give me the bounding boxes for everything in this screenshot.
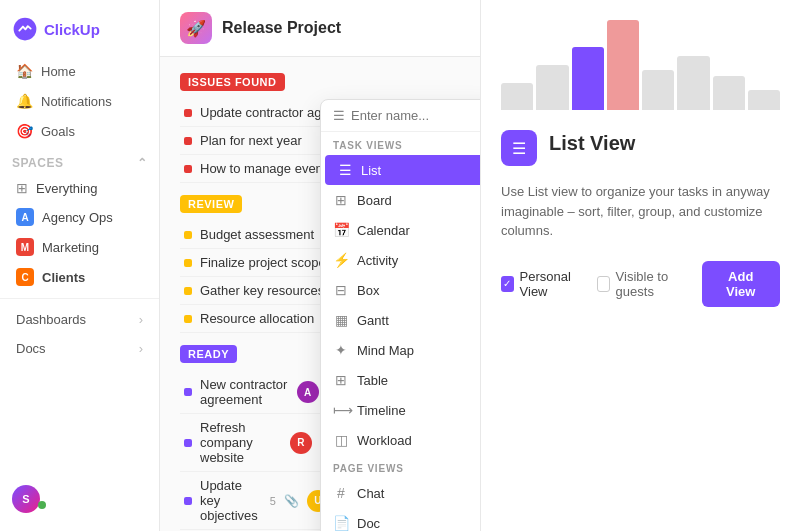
task-count: 5	[270, 495, 276, 507]
dropdown-item-box[interactable]: ⊟ Box	[321, 275, 480, 305]
task-dot-yellow	[184, 287, 192, 295]
dropdown-item-board[interactable]: ⊞ Board	[321, 185, 480, 215]
chart-bar	[607, 20, 639, 110]
project-title: Release Project	[222, 19, 341, 37]
visible-guests-label: Visible to guests	[616, 269, 690, 299]
list-label: List	[361, 163, 381, 178]
sidebar-item-everything[interactable]: ⊞ Everything	[4, 174, 155, 202]
sidebar-nav-home[interactable]: 🏠 Home	[4, 56, 155, 86]
sidebar-nav-goals[interactable]: 🎯 Goals	[4, 116, 155, 146]
chart-bar	[536, 65, 568, 110]
marketing-label: Marketing	[42, 240, 99, 255]
task-dot-yellow	[184, 259, 192, 267]
gantt-icon: ▦	[333, 312, 349, 328]
view-dropdown: ☰ TASK VIEWS ☰ List ⊞ Board 📅 Calendar ⚡…	[320, 99, 480, 531]
chart-bar	[748, 90, 780, 110]
sidebar-bottom: Dashboards › Docs ›	[0, 298, 159, 363]
board-icon: ⊞	[333, 192, 349, 208]
personal-view-option[interactable]: ✓ Personal View	[501, 269, 585, 299]
docs-expand-icon: ›	[139, 341, 143, 356]
dropdown-item-mindmap[interactable]: ✦ Mind Map	[321, 335, 480, 365]
agency-ops-label: Agency Ops	[42, 210, 113, 225]
box-label: Box	[357, 283, 379, 298]
paperclip-icon: 📎	[284, 494, 299, 508]
spaces-label: Spaces	[12, 156, 63, 170]
task-dot-purple	[184, 439, 192, 447]
sidebar-item-clients[interactable]: C Clients	[4, 262, 155, 292]
everything-label: Everything	[36, 181, 97, 196]
box-icon: ⊟	[333, 282, 349, 298]
mindmap-icon: ✦	[333, 342, 349, 358]
everything-icon: ⊞	[16, 180, 28, 196]
task-views-label: TASK VIEWS	[321, 132, 480, 155]
task-dot-purple	[184, 497, 192, 505]
dropdown-item-chat[interactable]: # Chat	[321, 478, 480, 508]
dropdown-item-table[interactable]: ⊞ Table	[321, 365, 480, 395]
app-logo: ClickUp	[0, 10, 159, 56]
dropdown-item-workload[interactable]: ◫ Workload	[321, 425, 480, 455]
page-views-label: PAGE VIEWS	[321, 455, 480, 478]
timeline-icon: ⟼	[333, 402, 349, 418]
spaces-section-header: Spaces ⌃	[0, 146, 159, 174]
visible-guests-option[interactable]: Visible to guests	[597, 269, 690, 299]
dashboards-label: Dashboards	[16, 312, 86, 327]
review-header: REVIEW	[180, 195, 242, 213]
sidebar-nav-docs[interactable]: Docs ›	[4, 334, 155, 363]
goals-icon: 🎯	[16, 123, 33, 139]
sidebar: ClickUp 🏠 Home 🔔 Notifications 🎯 Goals S…	[0, 0, 160, 531]
workload-label: Workload	[357, 433, 412, 448]
list-view-icon: ☰	[501, 130, 537, 166]
chart-bar	[501, 83, 533, 110]
chart-bar	[642, 70, 674, 110]
workload-icon: ◫	[333, 432, 349, 448]
dropdown-item-list[interactable]: ☰ List	[325, 155, 480, 185]
table-icon: ⊞	[333, 372, 349, 388]
dropdown-search-input[interactable]	[351, 108, 480, 123]
nav-notifications-label: Notifications	[41, 94, 112, 109]
sidebar-item-agency-ops[interactable]: A Agency Ops	[4, 202, 155, 232]
mindmap-label: Mind Map	[357, 343, 414, 358]
clients-avatar: C	[16, 268, 34, 286]
calendar-label: Calendar	[357, 223, 410, 238]
task-dot-red	[184, 137, 192, 145]
sidebar-nav-dashboards[interactable]: Dashboards ›	[4, 305, 155, 334]
sidebar-nav-notifications[interactable]: 🔔 Notifications	[4, 86, 155, 116]
activity-icon: ⚡	[333, 252, 349, 268]
dropdown-item-gantt[interactable]: ▦ Gantt	[321, 305, 480, 335]
doc-label: Doc	[357, 516, 380, 531]
chart-bar	[572, 47, 604, 110]
agency-ops-avatar: A	[16, 208, 34, 226]
home-icon: 🏠	[16, 63, 33, 79]
dropdown-item-timeline[interactable]: ⟼ Timeline	[321, 395, 480, 425]
add-view-button[interactable]: Add View	[702, 261, 780, 307]
right-panel: ☰ List View Use List view to organize yo…	[480, 0, 800, 531]
list-view-description: Use List view to organize your tasks in …	[501, 182, 780, 241]
chart-bar	[677, 56, 709, 110]
task-dot-red	[184, 165, 192, 173]
task-text: Update key objectives	[200, 478, 258, 523]
user-avatar-row[interactable]: S	[0, 477, 159, 521]
spaces-collapse-icon[interactable]: ⌃	[137, 156, 148, 170]
sidebar-item-marketing[interactable]: M Marketing	[4, 232, 155, 262]
chat-icon: #	[333, 485, 349, 501]
list-view-title: List View	[549, 132, 635, 155]
main-header: 🚀 Release Project	[160, 0, 480, 57]
visible-guests-checkbox[interactable]	[597, 276, 610, 292]
chart-bar	[713, 76, 745, 110]
dropdown-item-activity[interactable]: ⚡ Activity	[321, 245, 480, 275]
dropdown-item-calendar[interactable]: 📅 Calendar	[321, 215, 480, 245]
task-text: New contractor agreement	[200, 377, 289, 407]
docs-label: Docs	[16, 341, 46, 356]
task-text: Refresh company website	[200, 420, 282, 465]
task-dot-red	[184, 109, 192, 117]
calendar-icon: 📅	[333, 222, 349, 238]
table-label: Table	[357, 373, 388, 388]
ready-header: READY	[180, 345, 237, 363]
user-status-dot	[38, 501, 46, 509]
personal-view-checkbox[interactable]: ✓	[501, 276, 514, 292]
personal-view-label: Personal View	[520, 269, 585, 299]
dropdown-item-doc[interactable]: 📄 Doc	[321, 508, 480, 531]
task-dot-yellow	[184, 315, 192, 323]
view-options: ✓ Personal View Visible to guests Add Vi…	[501, 261, 780, 307]
main-content: 🚀 Release Project ☰ TASK VIEWS ☰ List ⊞ …	[160, 0, 480, 531]
